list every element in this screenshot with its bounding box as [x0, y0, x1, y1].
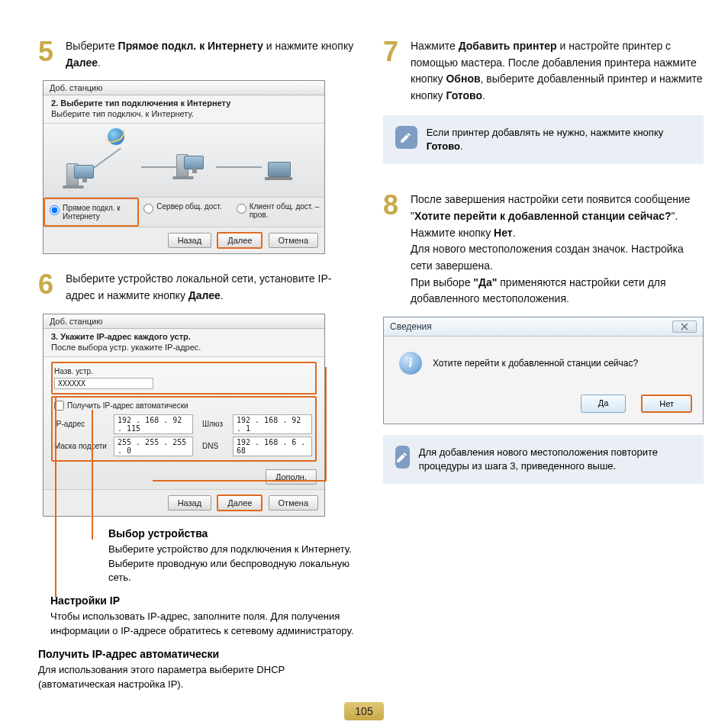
- next-button[interactable]: Далее: [217, 232, 263, 249]
- dialog-step-heading: 3. Укажите IP-адрес каждого устр.: [43, 329, 324, 343]
- callout-ip-text: Чтобы использовать IP-адрес, заполните п…: [50, 610, 359, 639]
- dialog-title: Доб. станцию: [43, 314, 324, 329]
- internet-explorer-icon: [108, 128, 124, 145]
- server-icon: [176, 154, 205, 180]
- back-button[interactable]: Назад: [168, 495, 212, 511]
- device-name-label: Назв. устр.: [54, 367, 109, 375]
- gateway-label: Шлюз: [202, 420, 228, 428]
- confirm-title: Сведения: [390, 321, 432, 332]
- cancel-button[interactable]: Отмена: [269, 233, 318, 248]
- step-number: 8: [383, 192, 403, 308]
- cancel-button[interactable]: Отмена: [269, 495, 318, 511]
- no-button[interactable]: Нет: [641, 395, 692, 413]
- note-text: Если принтер добавлять не нужно, нажмите…: [427, 126, 691, 153]
- radio-server[interactable]: [143, 204, 153, 214]
- wizard-connection-type: Доб. станцию 2. Выберите тип подключения…: [43, 80, 325, 254]
- step-number: 7: [383, 38, 403, 105]
- dns-label: DNS: [202, 442, 228, 450]
- step-8: 8 После завершения настройки сети появит…: [383, 192, 704, 308]
- advanced-button[interactable]: Дополн.: [266, 469, 317, 485]
- step-text: Нажмите Добавить принтер и настройте при…: [411, 38, 704, 105]
- confirm-dialog: Сведения i Хотите перейти к добавленной …: [383, 317, 704, 424]
- callout-leader: [55, 396, 56, 598]
- auto-ip-label: Получить IP-адрес автоматически: [67, 401, 188, 410]
- dns-field[interactable]: 192 . 168 . 6 . 68: [233, 436, 312, 456]
- note-pencil-icon: [395, 126, 417, 149]
- back-button[interactable]: Назад: [168, 233, 212, 248]
- callout-ip-heading: Настройки IP: [50, 594, 359, 607]
- callout-autoip-heading: Получить IP-адрес автоматически: [38, 648, 359, 660]
- option-direct-connection[interactable]: Прямое подкл. к Интернету: [43, 198, 139, 227]
- yes-button[interactable]: Да: [581, 395, 627, 413]
- step-text: Выберите устройство локальной сети, уста…: [66, 271, 359, 304]
- step-5: 5 Выберите Прямое подкл. к Интернету и н…: [38, 38, 359, 71]
- next-button[interactable]: Далее: [217, 494, 263, 511]
- step-text: Выберите Прямое подкл. к Интернету и наж…: [66, 38, 359, 71]
- step-7: 7 Нажмите Добавить принтер и настройте п…: [383, 38, 704, 105]
- option-shared-server[interactable]: Сервер общ. дост.: [139, 198, 231, 227]
- mask-label: Маска подсети: [54, 442, 109, 450]
- radio-client[interactable]: [237, 204, 246, 214]
- callout-device-text: Выберите устройство для подключения к Ин…: [108, 543, 359, 586]
- callout-leader: [92, 410, 93, 540]
- mask-field[interactable]: 255 . 255 . 255 . 0: [114, 436, 193, 456]
- dialog-step-heading: 2. Выберите тип подключения к Интернету: [43, 95, 324, 109]
- device-name-group: Назв. устр. XXXXXX: [51, 362, 317, 395]
- page-number: 105: [344, 702, 384, 720]
- callout-device-heading: Выбор устройства: [108, 527, 359, 540]
- note-pencil-icon: [395, 446, 410, 469]
- network-diagram: [43, 124, 324, 197]
- option-shared-client[interactable]: Клиент общ. дост. – пров.: [232, 198, 324, 227]
- laptop-icon: [265, 159, 294, 185]
- note-text: Для добавления нового местоположения пов…: [419, 446, 691, 473]
- ip-label: IP-адрес: [54, 420, 109, 428]
- dialog-title: Доб. станцию: [43, 81, 324, 95]
- radio-direct[interactable]: [50, 205, 60, 215]
- close-button[interactable]: [672, 321, 697, 333]
- info-icon: i: [399, 352, 422, 375]
- dialog-step-subheading: Выберите тип подключ. к Интернету.: [43, 109, 324, 124]
- callout-autoip-text: Для использования этого параметра выбери…: [38, 663, 359, 692]
- step-text: После завершения настройки сети появится…: [411, 192, 704, 308]
- device-name-field[interactable]: XXXXXX: [54, 378, 153, 389]
- note-printer: Если принтер добавлять не нужно, нажмите…: [383, 115, 704, 164]
- note-repeat: Для добавления нового местоположения пов…: [383, 435, 704, 484]
- wizard-ip-settings: Доб. станцию 3. Укажите IP-адрес каждого…: [43, 314, 325, 517]
- step-number: 6: [38, 271, 58, 304]
- callout-leader: [325, 367, 327, 480]
- dialog-step-subheading: После выбора устр. укажите IP-адрес.: [43, 343, 324, 357]
- ip-field[interactable]: 192 . 168 . 92 . 115: [114, 414, 193, 434]
- step-number: 5: [38, 38, 58, 71]
- step-6: 6 Выберите устройство локальной сети, ус…: [38, 271, 359, 304]
- gateway-field[interactable]: 192 . 168 . 92 . 1: [233, 414, 312, 434]
- confirm-message: Хотите перейти к добавленной станции сей…: [433, 358, 638, 369]
- callout-leader: [153, 480, 327, 482]
- desktop-icon: [66, 163, 95, 189]
